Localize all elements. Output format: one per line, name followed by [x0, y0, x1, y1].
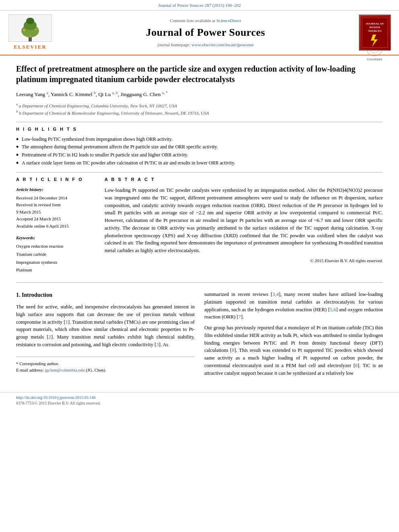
svg-rect-7 [361, 16, 389, 49]
highlight-item: Low-loading Pt/TiC synthesized from impr… [16, 136, 383, 143]
authors-line: Leerang Yang a, Yannick C. Kimmel b, Qi … [16, 90, 383, 99]
svg-point-4 [23, 29, 25, 31]
journal-title: Journal of Power Sources [52, 25, 359, 40]
ref-8[interactable]: 8 [232, 347, 234, 353]
journal-homepage: journal homepage: www.elsevier.com/locat… [52, 42, 359, 48]
highlights-title: H I G H L I G H T S [16, 126, 383, 132]
intro-para2: summarized in recent reviews [3,4], many… [204, 291, 383, 321]
article-info-title: A R T I C L E I N F O [16, 177, 97, 183]
affiliations: a a Department of Chemical Engineering, … [16, 102, 383, 116]
issn-copyright: 0378-7753/© 2015 Elsevier B.V. All right… [16, 401, 101, 405]
svg-point-5 [35, 29, 37, 30]
body-col-left: 1. Introduction The need for active, sta… [16, 291, 195, 380]
history-dates: Received 24 December 2014 Received in re… [16, 195, 97, 230]
elsevier-wordmark: ELSEVIER [14, 43, 47, 51]
affiliation-a: a a Department of Chemical Engineering, … [16, 102, 383, 109]
revised-date: 9 March 2015 [16, 209, 97, 216]
keyword: Oxygen reduction reaction [16, 242, 97, 251]
keyword: Titanium carbide [16, 251, 97, 259]
history-label: Article history: [16, 187, 97, 193]
keyword: Platinum [16, 266, 97, 274]
corresponding-note: * Corresponding author. [16, 360, 195, 367]
sciencedirect-link[interactable]: ScienceDirect [216, 18, 241, 23]
keyword: Impregnation synthesis [16, 259, 97, 267]
affil-b-kimmel: b [94, 90, 96, 95]
highlight-item: Pretreatment of Pt/TiC in H2 leads to sm… [16, 152, 383, 158]
elsevier-tree-icon [8, 14, 52, 42]
accepted-date: Accepted 24 March 2015 [16, 216, 97, 223]
synthesized-text: synthesized [293, 370, 316, 376]
affil-a-star: a, * [162, 90, 168, 95]
copyright-line: © 2015 Elsevier B.V. All rights reserved… [105, 258, 383, 264]
journal-header: ELSEVIER Contents lists available at Sci… [0, 10, 399, 55]
ref-3-4[interactable]: 3,4 [272, 292, 279, 297]
main-content: CrossMark Effect of pretreatment atmosph… [0, 55, 399, 388]
revised-label: Received in revised form [16, 201, 97, 209]
homepage-link[interactable]: www.elsevier.com/locate/jpowsour [191, 42, 253, 47]
affil-a: a [46, 90, 48, 95]
intro-para3: Our group has previously reported that a… [204, 324, 383, 377]
ref-2[interactable]: 2 [49, 334, 51, 340]
affiliation-b: b b Department of Chemical & Biomolecula… [16, 109, 383, 116]
elsevier-logo-box: ELSEVIER [8, 14, 52, 51]
body-col-right: summarized in recent reviews [3,4], many… [204, 291, 383, 380]
article-info-abstract-row: A R T I C L E I N F O Article history: R… [16, 172, 383, 274]
article-info-column: A R T I C L E I N F O Article history: R… [16, 177, 97, 274]
highlight-item: A surface oxide layer forms on TiC powde… [16, 160, 383, 166]
ref-7[interactable]: 7 [239, 314, 241, 320]
email-note: E-mail address: jgchen@columbia.edu (JG.… [16, 367, 195, 374]
intro-para1: The need for active, stable, and inexpen… [16, 303, 195, 349]
highlight-item: The atmosphere during thermal pretreatme… [16, 144, 383, 150]
svg-text:POWER: POWER [370, 26, 380, 29]
received-date: Received 24 December 2014 [16, 195, 97, 202]
abstract-text: Low-loading Pt supported on TiC powder c… [105, 187, 383, 255]
available-date: Available online 6 April 2015 [16, 223, 97, 230]
journal-reference: Journal of Power Sources 287 (2015) 196–… [158, 3, 241, 8]
abstract-title: A B S T R A C T [105, 177, 383, 183]
body-columns: 1. Introduction The need for active, sta… [16, 291, 383, 380]
journal-ref-bar: Journal of Power Sources 287 (2015) 196–… [0, 0, 399, 10]
keywords-list: Oxygen reduction reaction Titanium carbi… [16, 242, 97, 274]
contents-line: Contents lists available at ScienceDirec… [52, 18, 359, 24]
ref-5-6[interactable]: 5,6 [330, 307, 336, 312]
section-separator [16, 282, 383, 283]
svg-point-6 [29, 35, 31, 37]
keywords-label: Keywords: [16, 235, 97, 241]
affil-ab: a, b [112, 90, 117, 95]
footnote-area: * Corresponding author. E-mail address: … [16, 357, 195, 374]
journal-logo: JOURNAL OF POWER SOURCES [359, 14, 391, 51]
svg-point-3 [26, 18, 34, 24]
svg-text:JOURNAL OF: JOURNAL OF [366, 22, 384, 25]
highlights-list: Low-loading Pt/TiC synthesized from impr… [16, 136, 383, 166]
ref-8b[interactable]: 8 [355, 363, 358, 368]
article-history: Article history: Received 24 December 20… [16, 187, 97, 230]
svg-text:SOURCES: SOURCES [368, 29, 381, 33]
highlights-section: H I G H L I G H T S Low-loading Pt/TiC s… [16, 122, 383, 166]
ref-3[interactable]: 3 [156, 342, 159, 347]
email-link[interactable]: jgchen@columbia.edu [45, 368, 84, 372]
introduction-heading: 1. Introduction [16, 291, 195, 299]
abstract-column: A B S T R A C T Low-loading Pt supported… [105, 177, 383, 274]
header-center: Contents lists available at ScienceDirec… [52, 18, 359, 48]
keywords-section: Keywords: Oxygen reduction reaction Tita… [16, 235, 97, 275]
article-title: Effect of pretreatment atmosphere on the… [16, 64, 383, 84]
ref-1[interactable]: 1 [66, 319, 68, 325]
doi-link[interactable]: http://dx.doi.org/10.1016/j.jpowsour.201… [16, 395, 95, 400]
bottom-bar: http://dx.doi.org/10.1016/j.jpowsour.201… [0, 392, 399, 409]
